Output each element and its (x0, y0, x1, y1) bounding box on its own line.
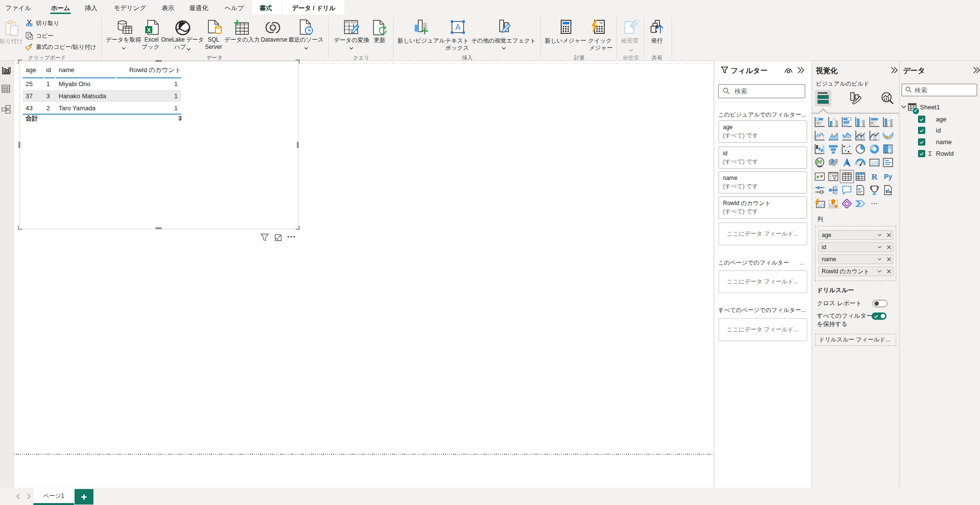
svg-text:Py: Py (884, 173, 892, 180)
svg-text:X: X (147, 27, 151, 33)
svg-text:123: 123 (871, 161, 878, 165)
svg-text:A: A (455, 23, 460, 31)
svg-text:R: R (872, 172, 878, 181)
